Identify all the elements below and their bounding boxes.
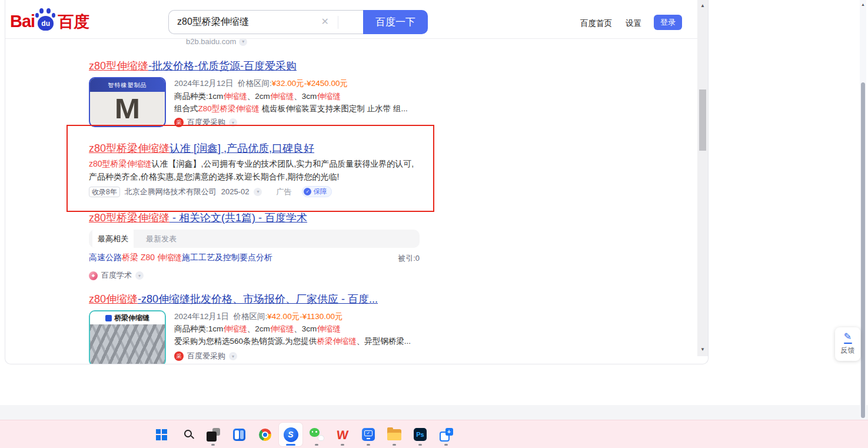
window-scrollbar-thumb[interactable] — [861, 82, 865, 418]
result4-title[interactable]: z80伸缩缝-z80伸缩缝批发价格、市场报价、厂家供应 - 百度... — [89, 293, 378, 306]
chevron-down-icon[interactable]: ▾ — [254, 188, 262, 196]
remote-desktop-button[interactable]: ✓ — [357, 423, 380, 446]
nav-settings[interactable]: 设置 — [626, 18, 641, 29]
chevron-down-icon[interactable]: ▾ — [229, 352, 237, 360]
search-button[interactable]: 百度一下 — [363, 10, 428, 34]
rubber-joint-image: M — [90, 93, 165, 124]
window-plus-icon: + — [440, 428, 453, 442]
result4-price: ¥42.00元-¥1130.00元 — [267, 312, 342, 321]
scroll-up-icon[interactable]: ▲ — [697, 3, 708, 8]
baidu-results-panel: b2b.baidu.com ▾ Bai du 百度 ✕ 百度一下 百度首页 设置… — [5, 0, 709, 364]
results-scrollbar[interactable]: ▲ ▼ — [697, 0, 708, 356]
search-input[interactable] — [177, 12, 312, 32]
academic-title[interactable]: z80型桥梁伸缩缝 - 相关论文(共1篇) - 百度学术 — [89, 212, 307, 224]
logo-text-cn: 百度 — [58, 13, 89, 31]
result4-date: 2024年12月1日 — [174, 312, 229, 321]
windows-taskbar: S W ✓ Ps + — [0, 420, 868, 448]
feedback-button[interactable]: ✎ 反馈 — [835, 327, 860, 361]
taskbar-icons: S W ✓ Ps + — [149, 423, 458, 446]
thumbnail-brand-label: 智特橡塑制品 — [90, 78, 165, 92]
ad-date: 2025-02 — [221, 187, 250, 196]
result4-type-line: 商品种类:1cm伸缩缝、2cm伸缩缝、3cm伸缩缝 — [174, 324, 341, 334]
page-footer-band — [0, 405, 868, 420]
baidu-logo[interactable]: Bai du 百度 — [10, 8, 89, 31]
windows-start-icon — [156, 429, 167, 440]
paper-row[interactable]: 高速公路桥梁 Z80 伸缩缝施工工艺及控制要点分析 被引:0 — [89, 253, 420, 263]
aicaigou-icon: 采 — [174, 351, 184, 361]
start-button[interactable] — [149, 423, 173, 446]
ad-title-keyword: z80型桥梁伸缩缝 — [89, 142, 169, 154]
cited-count: 被引:0 — [398, 253, 420, 264]
result4-desc-line: 爱采购为您精选560条热销货源,为您提供桥梁伸缩缝、异型钢桥梁... — [174, 336, 411, 347]
result1-title-keyword: z80型伸缩缝 — [89, 60, 148, 72]
chevron-down-icon[interactable]: ▾ — [135, 271, 144, 280]
search-divider — [338, 16, 338, 29]
window-plus-app-button[interactable]: + — [434, 423, 458, 446]
widgets-icon — [233, 429, 245, 441]
results-scrollbar-thumb[interactable] — [699, 89, 706, 151]
ad-company: 北京企腾网络技术有限公司 — [125, 187, 217, 197]
academic-title-rest: - 相关论文(共1篇) - 百度学术 — [169, 212, 307, 224]
ad-result-title[interactable]: z80型桥梁伸缩缝认准 [润鑫] ,产品优质,口碑良好 — [89, 142, 314, 155]
running-indicator — [315, 444, 318, 446]
sogou-browser-button[interactable]: S — [279, 423, 302, 446]
tab-most-relevant[interactable]: 最高相关 — [92, 230, 134, 248]
scroll-down-icon[interactable]: ▼ — [697, 347, 708, 352]
photoshop-icon: Ps — [414, 428, 427, 441]
result4-title-keyword: z80伸缩缝 — [89, 293, 138, 305]
academic-title-keyword: z80型桥梁伸缩缝 — [89, 212, 169, 224]
overlapping-squares-icon — [207, 428, 220, 442]
search-box: ✕ — [168, 10, 363, 34]
result4-thumbnail[interactable]: 桥梁伸缩缝 — [89, 310, 166, 364]
result1-meta-line: 2024年12月12日 价格区间:¥32.00元-¥2450.00元 — [174, 78, 348, 89]
thumbnail-title-band: 桥梁伸缩缝 — [90, 311, 165, 324]
result1-price: ¥32.00元-¥2450.00元 — [272, 79, 348, 88]
result1-source-row[interactable]: 采 百度爱采购 ▾ — [174, 117, 237, 128]
running-indicator — [211, 444, 215, 446]
running-indicator — [367, 444, 370, 446]
result1-type-line: 商品种类:1cm伸缩缝、2cm伸缩缝、3cm伸缩缝 — [174, 91, 341, 102]
running-indicator — [393, 444, 396, 446]
result4-meta-line: 2024年12月1日 价格区间:¥42.00元-¥1130.00元 — [174, 311, 342, 322]
nav-baidu-home[interactable]: 百度首页 — [580, 18, 612, 29]
result1-title-rest: -批发价格-优质货源-百度爱采购 — [148, 60, 297, 72]
tab-newest[interactable]: 最新发表 — [134, 230, 189, 248]
guarantee-badge[interactable]: ✓ 保障 — [302, 186, 332, 197]
wps-button[interactable]: W — [331, 423, 354, 446]
result4-source-row[interactable]: 采 百度爱采购 ▾ — [174, 351, 237, 361]
photoshop-button[interactable]: Ps — [408, 423, 432, 446]
ad-description: z80型桥梁伸缩缝认准【润鑫】,公司拥有专业的技术团队,实力和产品质量获得业界的… — [89, 158, 417, 183]
guarantee-label: 保障 — [313, 187, 327, 196]
monitor-shield-icon: ✓ — [362, 428, 375, 441]
baidu-paw-icon: du — [35, 8, 56, 32]
ad-meta-row: 收录8年 北京企腾网络技术有限公司 2025-02 ▾ 广告 ✓ 保障 — [89, 186, 332, 197]
active-running-indicator — [286, 444, 295, 446]
thumbnail-title: 桥梁伸缩缝 — [114, 313, 149, 323]
indexed-years-badge: 收录8年 — [89, 187, 120, 197]
ad-title-rest: 认准 [润鑫] ,产品优质,口碑良好 — [169, 142, 314, 154]
taskbar-search-button[interactable] — [175, 423, 199, 446]
chevron-down-icon[interactable]: ▾ — [229, 118, 237, 127]
result1-price-label: 价格区间: — [238, 79, 272, 88]
academic-source-row[interactable]: ◆ 百度学术 ▾ — [89, 270, 144, 281]
login-button[interactable]: 登录 — [654, 15, 682, 30]
wechat-icon — [310, 428, 324, 441]
wps-icon: W — [336, 429, 349, 441]
aicaigou-logo-icon — [105, 315, 112, 321]
steel-joint-image — [90, 324, 165, 364]
wechat-button[interactable] — [305, 423, 328, 446]
logo-text-du: du — [38, 16, 54, 31]
result1-title[interactable]: z80型伸缩缝-批发价格-优质货源-百度爱采购 — [89, 60, 297, 72]
chrome-button[interactable] — [253, 423, 277, 446]
widgets-app-button[interactable] — [227, 423, 251, 446]
baidu-xueshu-icon: ◆ — [89, 271, 98, 280]
clear-search-icon[interactable]: ✕ — [321, 16, 329, 28]
window-scrollbar[interactable]: ▲ — [860, 0, 866, 420]
search-icon — [184, 430, 192, 437]
result4-source-label: 百度爱采购 — [187, 351, 225, 361]
logo-text-bai: Bai — [10, 12, 35, 31]
scroll-up-icon[interactable]: ▲ — [860, 2, 866, 6]
dark-squares-app-button[interactable] — [201, 423, 225, 446]
file-explorer-button[interactable] — [383, 423, 406, 446]
result1-thumbnail[interactable]: 智特橡塑制品 M — [89, 77, 166, 127]
